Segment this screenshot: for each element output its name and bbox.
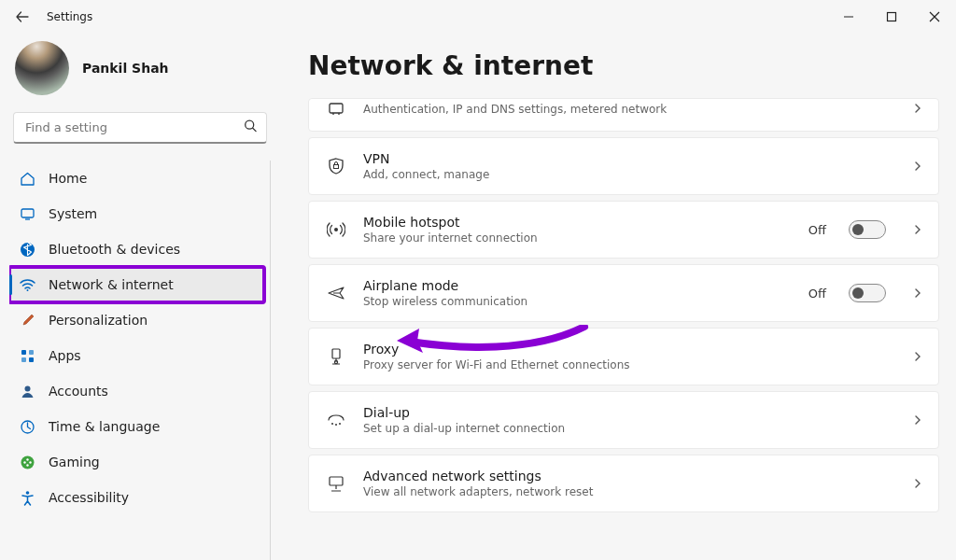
- sidebar-nav: Home System Bluetooth & devices Network …: [9, 161, 271, 560]
- card-advanced-network[interactable]: Advanced network settings View all netwo…: [308, 455, 939, 512]
- chevron-right-icon: [912, 285, 923, 302]
- svg-rect-25: [330, 477, 343, 485]
- sidebar-item-label: Apps: [49, 348, 81, 363]
- svg-rect-6: [29, 350, 34, 355]
- chevron-right-icon: [912, 221, 923, 239]
- toggle-status: Off: [808, 287, 826, 301]
- svg-rect-17: [330, 104, 343, 113]
- svg-rect-8: [29, 357, 34, 362]
- globe-clock-icon: [19, 418, 35, 435]
- sidebar: Pankil Shah Home System Bluetooth & devi…: [0, 34, 280, 560]
- svg-point-15: [26, 464, 28, 466]
- svg-point-24: [339, 423, 341, 425]
- settings-list: Authentication, IP and DNS settings, met…: [308, 98, 945, 518]
- svg-rect-7: [21, 357, 26, 362]
- system-icon: [19, 205, 35, 222]
- network-settings-icon: [326, 474, 346, 493]
- svg-rect-20: [332, 349, 340, 358]
- profile-name: Pankil Shah: [82, 61, 169, 76]
- sidebar-item-label: Gaming: [49, 455, 100, 469]
- profile-block[interactable]: Pankil Shah: [9, 34, 271, 112]
- gamepad-icon: [19, 454, 35, 470]
- svg-point-14: [26, 458, 28, 460]
- card-proxy[interactable]: Proxy Proxy server for Wi-Fi and Etherne…: [308, 328, 939, 385]
- sidebar-item-system[interactable]: System: [9, 196, 264, 231]
- card-title: Dial-up: [363, 405, 895, 420]
- sidebar-item-network[interactable]: Network & internet: [9, 267, 264, 302]
- card-vpn[interactable]: VPN Add, connect, manage: [308, 137, 939, 195]
- card-title: VPN: [363, 151, 895, 166]
- svg-point-4: [26, 289, 28, 291]
- card-title: Advanced network settings: [363, 469, 895, 483]
- card-ethernet[interactable]: Authentication, IP and DNS settings, met…: [308, 98, 939, 132]
- chevron-right-icon: [912, 100, 923, 118]
- sidebar-item-time-language[interactable]: Time & language: [9, 409, 264, 444]
- avatar: [15, 41, 69, 95]
- svg-point-23: [335, 424, 337, 426]
- sidebar-item-accounts[interactable]: Accounts: [9, 373, 264, 409]
- sidebar-item-home[interactable]: Home: [9, 161, 264, 196]
- sidebar-item-apps[interactable]: Apps: [9, 338, 264, 373]
- window-controls: [827, 2, 956, 32]
- airplane-toggle[interactable]: [849, 284, 886, 302]
- card-desc: Set up a dial-up internet connection: [363, 422, 895, 435]
- svg-point-12: [23, 461, 25, 463]
- card-airplane-mode[interactable]: Airplane mode Stop wireless communicatio…: [308, 264, 939, 322]
- arrow-left-icon: [15, 9, 30, 24]
- card-dial-up[interactable]: Dial-up Set up a dial-up internet connec…: [308, 391, 939, 449]
- sidebar-item-personalization[interactable]: Personalization: [9, 302, 264, 338]
- sidebar-item-label: Accounts: [49, 384, 108, 399]
- card-desc: Share your internet connection: [363, 231, 792, 245]
- search-box: [13, 112, 267, 144]
- maximize-button[interactable]: [870, 2, 913, 32]
- sidebar-item-label: Home: [49, 171, 87, 186]
- svg-point-16: [25, 491, 29, 495]
- svg-rect-0: [888, 13, 896, 21]
- wifi-icon: [19, 276, 35, 293]
- svg-point-22: [331, 423, 333, 425]
- sidebar-item-bluetooth[interactable]: Bluetooth & devices: [9, 231, 264, 267]
- minimize-button[interactable]: [827, 2, 870, 32]
- titlebar: Settings: [0, 0, 956, 34]
- sidebar-item-gaming[interactable]: Gaming: [9, 444, 264, 480]
- svg-point-13: [29, 461, 31, 463]
- card-title: Airplane mode: [363, 278, 792, 293]
- card-desc: Stop wireless communication: [363, 295, 792, 308]
- card-desc: Authentication, IP and DNS settings, met…: [363, 103, 895, 116]
- chevron-right-icon: [912, 475, 923, 493]
- sidebar-item-label: Accessibility: [49, 490, 129, 505]
- chevron-right-icon: [912, 348, 923, 366]
- minimize-icon: [843, 11, 854, 22]
- search-input[interactable]: [13, 112, 267, 144]
- svg-rect-2: [21, 209, 34, 217]
- sidebar-item-label: Bluetooth & devices: [49, 242, 180, 257]
- hotspot-toggle[interactable]: [849, 220, 886, 239]
- page-title: Network & internet: [308, 50, 945, 81]
- svg-rect-18: [334, 165, 339, 169]
- apps-icon: [19, 347, 35, 364]
- hotspot-icon: [326, 220, 346, 239]
- close-button[interactable]: [913, 2, 956, 32]
- toggle-status: Off: [808, 223, 826, 237]
- airplane-icon: [326, 284, 346, 302]
- sidebar-item-label: Personalization: [49, 313, 148, 328]
- main-content: Network & internet Authentication, IP an…: [280, 34, 956, 560]
- card-mobile-hotspot[interactable]: Mobile hotspot Share your internet conne…: [308, 201, 939, 259]
- svg-point-11: [21, 455, 34, 469]
- person-icon: [19, 383, 35, 399]
- dial-up-icon: [326, 411, 346, 429]
- svg-point-9: [24, 385, 30, 391]
- card-desc: Add, connect, manage: [363, 168, 895, 181]
- card-title: Proxy: [363, 342, 895, 357]
- card-title: Mobile hotspot: [363, 215, 792, 230]
- back-button[interactable]: [7, 2, 37, 32]
- brush-icon: [19, 312, 35, 329]
- accessibility-icon: [19, 489, 35, 506]
- sidebar-item-label: System: [49, 206, 97, 221]
- close-icon: [929, 11, 940, 22]
- card-desc: View all network adapters, network reset: [363, 485, 895, 498]
- proxy-icon: [326, 347, 346, 366]
- sidebar-item-accessibility[interactable]: Accessibility: [9, 480, 264, 515]
- card-desc: Proxy server for Wi-Fi and Ethernet conn…: [363, 358, 895, 371]
- maximize-icon: [886, 11, 897, 22]
